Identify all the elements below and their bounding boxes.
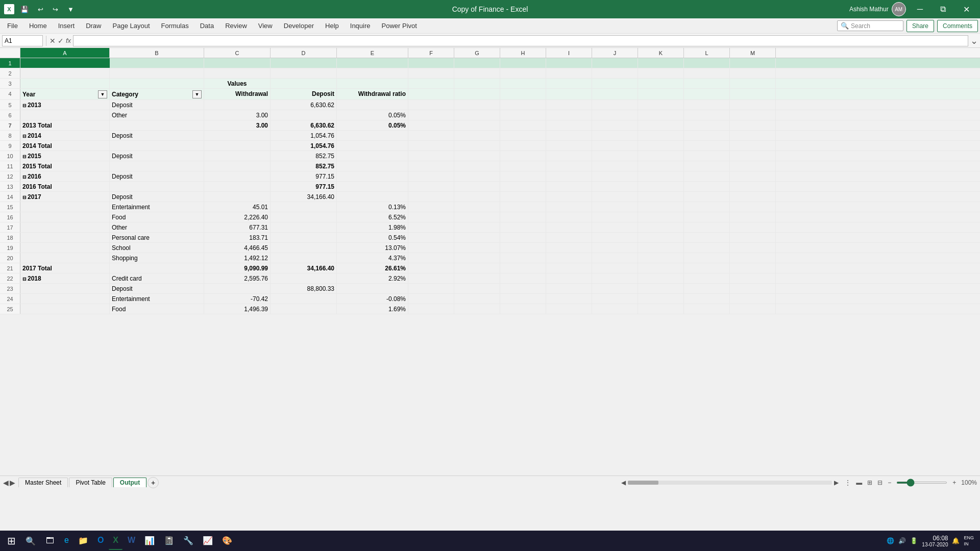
cell-e14[interactable] — [337, 192, 408, 202]
cell-l19[interactable] — [684, 243, 730, 253]
share-button[interactable]: Share — [906, 20, 934, 32]
cell-m24[interactable] — [730, 294, 776, 304]
cell-c3[interactable]: Values — [204, 79, 271, 88]
col-header-b[interactable]: B — [110, 48, 204, 58]
cell-f9[interactable] — [408, 141, 454, 151]
cell-m13[interactable] — [730, 182, 776, 191]
cell-l4[interactable] — [684, 89, 730, 99]
cell-a16[interactable] — [20, 212, 110, 222]
cell-h3[interactable] — [500, 79, 546, 88]
cell-c14[interactable] — [204, 192, 271, 202]
cell-d18[interactable] — [271, 233, 337, 242]
cell-f16[interactable] — [408, 212, 454, 222]
cell-i3[interactable] — [546, 79, 592, 88]
cell-k7[interactable] — [638, 120, 684, 130]
cell-i1[interactable] — [546, 58, 592, 68]
col-header-l[interactable]: L — [684, 48, 730, 58]
sheet-tab-output[interactable]: Output — [113, 478, 146, 487]
cell-d17[interactable] — [271, 222, 337, 232]
cell-c7[interactable]: 3.00 — [204, 120, 271, 130]
cell-k23[interactable] — [638, 284, 684, 293]
cell-b20[interactable]: Shopping — [110, 253, 204, 263]
zoom-slider[interactable] — [896, 482, 947, 484]
cell-k5[interactable] — [638, 100, 684, 110]
cell-h21[interactable] — [500, 263, 546, 273]
cell-c5[interactable] — [204, 100, 271, 110]
zoom-out-icon[interactable]: − — [888, 479, 891, 486]
cell-a5[interactable]: ⊟2013 — [20, 100, 110, 110]
cell-e20[interactable]: 4.37% — [337, 253, 408, 263]
horizontal-scrollbar[interactable] — [628, 481, 832, 485]
cell-e2[interactable] — [337, 68, 408, 78]
cell-g10[interactable] — [454, 151, 500, 161]
cell-e5[interactable] — [337, 100, 408, 110]
col-header-e[interactable]: E — [337, 48, 408, 58]
cell-h9[interactable] — [500, 141, 546, 151]
menu-inquire[interactable]: Inquire — [345, 20, 376, 32]
normal-view-icon[interactable]: ▬ — [856, 479, 862, 486]
cell-e18[interactable]: 0.54% — [337, 233, 408, 242]
cell-k10[interactable] — [638, 151, 684, 161]
cell-a2[interactable] — [20, 68, 110, 78]
cell-m7[interactable] — [730, 120, 776, 130]
scroll-right-icon[interactable]: ▶ — [834, 479, 839, 486]
cell-a7[interactable]: 2013 Total — [20, 120, 110, 130]
cell-l11[interactable] — [684, 161, 730, 171]
cell-k1[interactable] — [638, 58, 684, 68]
taskbar-excel[interactable]: X — [109, 532, 122, 550]
cell-l20[interactable] — [684, 253, 730, 263]
menu-page-layout[interactable]: Page Layout — [108, 20, 155, 32]
cell-i7[interactable] — [546, 120, 592, 130]
cell-g24[interactable] — [454, 294, 500, 304]
cell-i8[interactable] — [546, 131, 592, 140]
task-view-button[interactable]: 🗔 — [41, 532, 59, 550]
cell-j20[interactable] — [592, 253, 638, 263]
cell-c24[interactable]: -70.42 — [204, 294, 271, 304]
cell-k16[interactable] — [638, 212, 684, 222]
cell-g5[interactable] — [454, 100, 500, 110]
cell-f21[interactable] — [408, 263, 454, 273]
cell-l2[interactable] — [684, 68, 730, 78]
cell-j7[interactable] — [592, 120, 638, 130]
cell-f22[interactable] — [408, 273, 454, 283]
cell-b3[interactable] — [110, 79, 204, 88]
windows-start-button[interactable]: ⊞ — [2, 532, 20, 550]
cell-g12[interactable] — [454, 171, 500, 181]
cancel-icon[interactable]: ✕ — [50, 37, 56, 45]
cell-a18[interactable] — [20, 233, 110, 242]
cell-b17[interactable]: Other — [110, 222, 204, 232]
cell-k11[interactable] — [638, 161, 684, 171]
scrollbar-thumb[interactable] — [628, 481, 658, 485]
notifications-icon[interactable]: 🔔 — [952, 537, 960, 544]
cell-l1[interactable] — [684, 58, 730, 68]
cell-l14[interactable] — [684, 192, 730, 202]
cell-m9[interactable] — [730, 141, 776, 151]
cell-l16[interactable] — [684, 212, 730, 222]
cell-d12[interactable]: 977.15 — [271, 171, 337, 181]
cell-l15[interactable] — [684, 202, 730, 212]
menu-file[interactable]: File — [2, 20, 23, 32]
cell-b21[interactable] — [110, 263, 204, 273]
menu-draw[interactable]: Draw — [81, 20, 106, 32]
cell-d4[interactable]: Deposit — [271, 89, 337, 99]
cell-l10[interactable] — [684, 151, 730, 161]
cell-a15[interactable] — [20, 202, 110, 212]
cell-f10[interactable] — [408, 151, 454, 161]
col-header-k[interactable]: K — [638, 48, 684, 58]
cell-j3[interactable] — [592, 79, 638, 88]
cell-m21[interactable] — [730, 263, 776, 273]
cell-l21[interactable] — [684, 263, 730, 273]
cell-b23[interactable]: Deposit — [110, 284, 204, 293]
cell-k9[interactable] — [638, 141, 684, 151]
sheet-tab-master[interactable]: Master Sheet — [18, 478, 68, 487]
cell-l13[interactable] — [684, 182, 730, 191]
cell-i16[interactable] — [546, 212, 592, 222]
year-filter-btn[interactable]: ▼ — [98, 90, 107, 98]
cell-k15[interactable] — [638, 202, 684, 212]
cell-e6[interactable]: 0.05% — [337, 110, 408, 120]
cell-c18[interactable]: 183.71 — [204, 233, 271, 242]
cell-m16[interactable] — [730, 212, 776, 222]
cell-e21[interactable]: 26.61% — [337, 263, 408, 273]
cell-m19[interactable] — [730, 243, 776, 253]
cell-e4[interactable]: Withdrawal ratio — [337, 89, 408, 99]
